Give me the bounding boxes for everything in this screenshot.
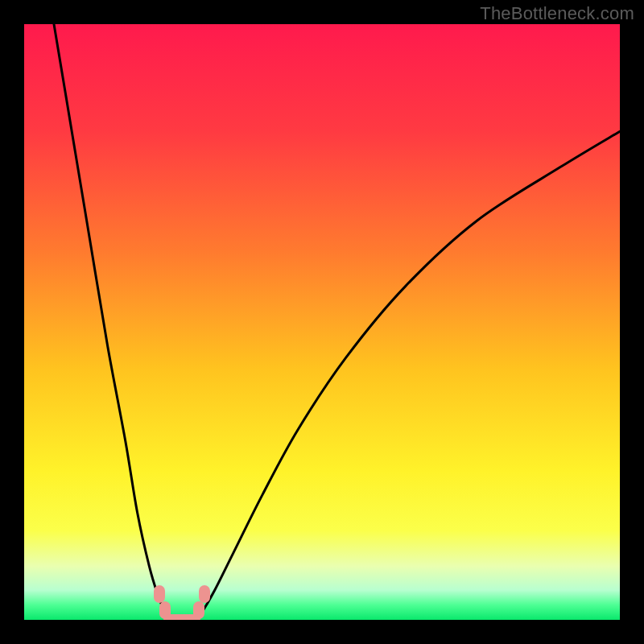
curve-right-branch [197,131,620,620]
chart-frame: TheBottleneck.com [0,0,644,644]
marker-trough [163,614,200,620]
bottleneck-curve [24,24,620,620]
marker-left-upper [154,585,165,603]
plot-area [24,24,620,620]
curve-left-branch [54,24,167,620]
watermark-text: TheBottleneck.com [480,3,634,24]
marker-right-upper [199,585,210,603]
